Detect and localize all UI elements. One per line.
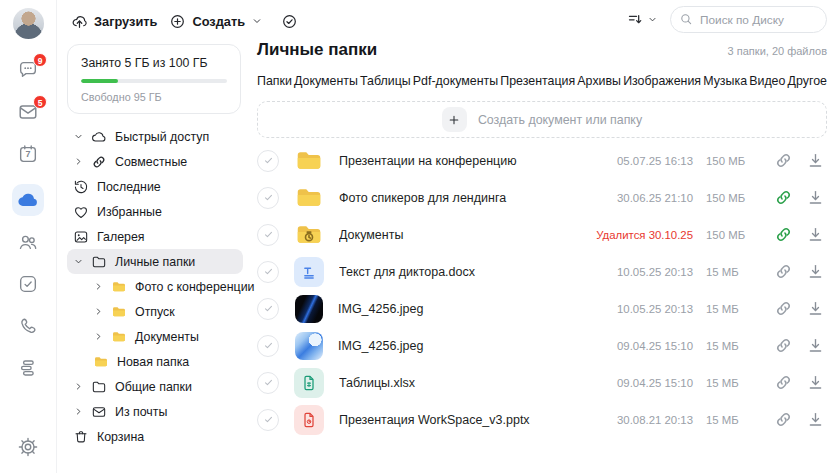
download-icon[interactable] [806, 299, 825, 318]
sidebar-item-common-folders[interactable]: Общие папки [67, 374, 243, 399]
sidebar-item-label: Личные папки [115, 255, 195, 269]
file-row[interactable]: Текст для диктора.docx 10.05.25 20:13 15… [257, 253, 827, 290]
create-document-bar[interactable]: Создать документ или папку [257, 101, 827, 138]
sidebar-item-vacation[interactable]: Отпуск [87, 299, 243, 324]
tab-tables[interactable]: Таблицы [360, 74, 411, 88]
tab-music[interactable]: Музыка [703, 74, 747, 88]
rail-item-calls[interactable] [16, 314, 40, 338]
download-icon[interactable] [806, 188, 825, 207]
sidebar-item-label: Отпуск [135, 305, 175, 319]
chevron-down-icon[interactable] [73, 131, 84, 142]
user-avatar[interactable] [13, 8, 44, 39]
tab-other[interactable]: Другое [788, 74, 827, 88]
rail-item-mail[interactable]: 5 [16, 100, 40, 124]
download-icon[interactable] [806, 336, 825, 355]
download-icon[interactable] [806, 373, 825, 392]
rail-item-disk[interactable] [12, 184, 44, 216]
sort-icon [627, 11, 644, 28]
file-date: 30.08.21 20:13 [593, 414, 693, 426]
file-name[interactable]: Презентация WorkSpace_v3.pptx [339, 413, 593, 427]
check-icon [263, 155, 274, 166]
file-row[interactable]: Документы Удалится 30.10.25 150 МБ [257, 216, 827, 253]
rail-item-contacts[interactable] [16, 230, 40, 254]
search-input[interactable] [670, 6, 827, 33]
sidebar-item-label: Общие папки [115, 380, 192, 394]
share-link-icon[interactable] [774, 373, 793, 392]
sidebar-item-conference-photos[interactable]: Фото с конференции [87, 274, 243, 299]
history-icon [73, 179, 89, 195]
sidebar-item-new-folder[interactable]: Новая папка [87, 349, 243, 374]
share-link-icon[interactable] [774, 188, 793, 207]
row-select-checkbox[interactable] [257, 150, 279, 172]
row-select-checkbox[interactable] [257, 187, 279, 209]
chevron-right-icon[interactable] [73, 381, 84, 392]
share-link-icon[interactable] [774, 410, 793, 429]
chevron-right-icon[interactable] [73, 406, 84, 417]
sidebar-item-recent[interactable]: Последние [67, 174, 243, 199]
sidebar-item-personal-folders[interactable]: Личные папки [67, 249, 243, 274]
download-icon[interactable] [806, 225, 825, 244]
sidebar-item-quick-access[interactable]: Быстрый доступ [67, 124, 243, 149]
tab-presentations[interactable]: Презентация [500, 74, 575, 88]
chevron-right-icon[interactable] [93, 306, 104, 317]
row-select-checkbox[interactable] [257, 372, 279, 394]
folder-icon [294, 183, 324, 213]
tab-pdf[interactable]: Pdf-документы [413, 74, 498, 88]
rail-item-messenger[interactable]: 9 [16, 58, 40, 82]
sort-button[interactable] [627, 11, 658, 28]
tab-images[interactable]: Изображения [623, 74, 701, 88]
sidebar-item-documents[interactable]: Документы [87, 324, 243, 349]
file-name[interactable]: Фото спикеров для лендинга [339, 191, 593, 205]
share-link-icon[interactable] [774, 299, 793, 318]
rail-item-calendar[interactable]: 7 [16, 142, 40, 166]
file-name[interactable]: Таблицы.xlsx [339, 376, 593, 390]
rail-item-tasks[interactable] [16, 272, 40, 296]
sidebar-item-favorites[interactable]: Избранные [67, 199, 243, 224]
tab-video[interactable]: Видео [749, 74, 785, 88]
folder-icon [111, 279, 127, 295]
row-select-checkbox[interactable] [257, 335, 279, 357]
trash-icon [73, 429, 89, 445]
row-select-checkbox[interactable] [257, 224, 279, 246]
file-name[interactable]: IMG_4256.jpeg [338, 302, 593, 316]
chevron-down-icon[interactable] [73, 256, 84, 267]
sidebar-item-from-mail[interactable]: Из почты [67, 399, 243, 424]
row-select-checkbox[interactable] [257, 298, 279, 320]
rail-item-feed[interactable] [16, 356, 40, 380]
items-count: 3 папки, 20 файлов [728, 45, 827, 57]
share-link-icon[interactable] [774, 336, 793, 355]
sidebar-item-gallery[interactable]: Галерея [67, 224, 243, 249]
rail-item-settings[interactable] [16, 435, 40, 459]
file-row[interactable]: IMG_4256.jpeg 10.05.25 20:13 15 МБ [257, 290, 827, 327]
file-row[interactable]: Фото спикеров для лендинга 30.06.25 21:1… [257, 179, 827, 216]
share-link-icon[interactable] [774, 262, 793, 281]
chevron-right-icon[interactable] [93, 331, 104, 342]
sidebar-item-shared[interactable]: Совместные [67, 149, 243, 174]
tab-archives[interactable]: Архивы [577, 74, 621, 88]
share-link-icon[interactable] [774, 225, 793, 244]
gallery-icon [73, 229, 89, 245]
upload-button[interactable]: Загрузить [67, 11, 161, 32]
download-icon[interactable] [806, 262, 825, 281]
layers-icon [17, 357, 39, 379]
file-name[interactable]: Документы [339, 228, 593, 242]
file-row[interactable]: Презентация WorkSpace_v3.pptx 30.08.21 2… [257, 401, 827, 438]
download-icon[interactable] [806, 410, 825, 429]
tab-folders[interactable]: Папки [257, 74, 292, 88]
chevron-right-icon[interactable] [93, 281, 104, 292]
share-link-icon[interactable] [774, 151, 793, 170]
file-name[interactable]: Текст для диктора.docx [339, 265, 593, 279]
tab-documents[interactable]: Документы [294, 74, 358, 88]
row-select-checkbox[interactable] [257, 261, 279, 283]
create-label: Создать [192, 14, 245, 29]
file-row[interactable]: IMG_4256.jpeg 09.04.25 15:10 15 МБ [257, 327, 827, 364]
sidebar-item-trash[interactable]: Корзина [67, 424, 243, 449]
file-name[interactable]: IMG_4256.jpeg [338, 339, 593, 353]
chevron-right-icon[interactable] [73, 156, 84, 167]
file-row[interactable]: Презентации на конференцию 05.07.25 16:1… [257, 142, 827, 179]
row-select-checkbox[interactable] [257, 409, 279, 431]
download-icon[interactable] [806, 151, 825, 170]
storage-free-label: Свободно 95 ГБ [81, 91, 227, 103]
file-row[interactable]: Таблицы.xlsx 09.04.25 15:10 15 МБ [257, 364, 827, 401]
file-name[interactable]: Презентации на конференцию [339, 154, 593, 168]
